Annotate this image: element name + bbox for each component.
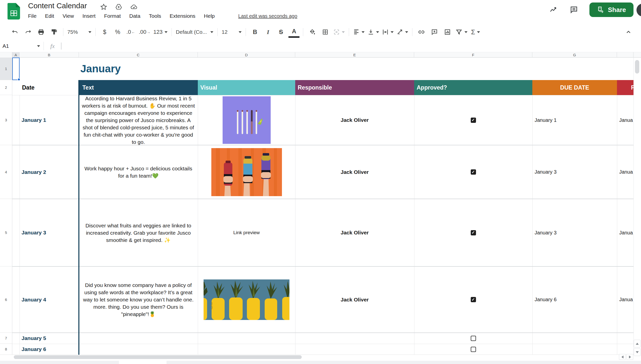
strikethrough-icon[interactable]: S: [274, 27, 287, 38]
cell-visual[interactable]: [198, 95, 295, 145]
font-select[interactable]: Default (Co...: [174, 27, 215, 38]
menu-insert[interactable]: Insert: [82, 13, 96, 19]
create-filter-icon[interactable]: [454, 27, 469, 38]
functions-icon[interactable]: Σ: [469, 27, 482, 38]
cell-next-partial[interactable]: Janua: [617, 145, 633, 199]
cell-approved[interactable]: [414, 199, 532, 266]
sheet-tab-bar[interactable]: [0, 361, 641, 364]
last-edit-status[interactable]: Last edit was seconds ago: [238, 13, 297, 19]
cell-text[interactable]: According to Harvard Business Review, 1 …: [79, 95, 198, 145]
undo-icon[interactable]: [9, 27, 22, 38]
cell-text[interactable]: Work happy hour + Jusco = delicious cock…: [79, 145, 198, 199]
cell-date[interactable]: January 6: [20, 344, 79, 355]
menu-extensions[interactable]: Extensions: [170, 13, 196, 19]
account-avatar[interactable]: [636, 4, 641, 17]
format-currency-icon[interactable]: $: [98, 27, 111, 38]
header-visual[interactable]: Visual: [198, 80, 295, 95]
insights-icon[interactable]: [549, 6, 558, 14]
vertical-align-icon[interactable]: [366, 27, 381, 38]
menu-data[interactable]: Data: [129, 13, 140, 19]
header-approved[interactable]: Approved?: [414, 80, 532, 95]
checkbox-unchecked[interactable]: [471, 336, 476, 341]
text-wrap-icon[interactable]: [381, 27, 395, 38]
vertical-scrollbar-thumb[interactable]: [635, 60, 639, 74]
bold-icon[interactable]: B: [248, 27, 261, 38]
paint-format-icon[interactable]: [48, 27, 61, 38]
selected-cell-a1[interactable]: [12, 58, 20, 80]
fill-handle[interactable]: [18, 78, 20, 81]
cell-next-partial[interactable]: Janua: [617, 95, 633, 145]
scroll-down-button[interactable]: [634, 348, 640, 356]
cell-responsible[interactable]: Jack Oliver: [295, 199, 414, 266]
decrease-decimal-icon[interactable]: .0←: [124, 27, 137, 38]
menu-edit[interactable]: Edit: [45, 13, 54, 19]
share-button[interactable]: Share: [589, 3, 633, 17]
insert-comment-icon[interactable]: [428, 27, 441, 38]
horizontal-scrollbar-thumb[interactable]: [14, 355, 302, 359]
column-header-b[interactable]: B: [20, 52, 79, 58]
name-box[interactable]: A1: [0, 43, 44, 49]
row-header-7[interactable]: 7: [0, 333, 12, 344]
checkbox-checked[interactable]: [471, 118, 476, 123]
insert-chart-icon[interactable]: [441, 27, 454, 38]
cell-visual[interactable]: Link preview: [198, 199, 295, 266]
cell-next-partial[interactable]: Janua: [617, 266, 633, 333]
cell-approved[interactable]: [414, 145, 532, 199]
cell-approved[interactable]: [414, 333, 532, 344]
format-percent-icon[interactable]: %: [111, 27, 124, 38]
cell-due-date[interactable]: January 6: [532, 266, 617, 333]
row-header-6[interactable]: 6: [0, 266, 12, 333]
header-date[interactable]: Date: [20, 80, 79, 95]
add-shortcut-to-drive-icon[interactable]: [115, 4, 122, 11]
cell-date[interactable]: January 5: [20, 333, 79, 344]
cell-date[interactable]: January 4: [20, 266, 79, 333]
row-header-8[interactable]: 8: [0, 344, 12, 355]
cell-visual[interactable]: [198, 145, 295, 199]
column-header-h-partial[interactable]: [617, 52, 633, 58]
menu-view[interactable]: View: [63, 13, 74, 19]
active-sheet-tab[interactable]: [119, 361, 167, 364]
increase-decimal-icon[interactable]: .00→: [137, 27, 152, 38]
print-icon[interactable]: [35, 27, 48, 38]
text-color-icon[interactable]: A: [287, 26, 300, 38]
checkbox-checked[interactable]: [471, 169, 476, 175]
cell-approved[interactable]: [414, 95, 532, 145]
sheet-title-cell[interactable]: January: [79, 58, 254, 80]
text-rotation-icon[interactable]: [395, 27, 410, 38]
cell-approved[interactable]: [414, 266, 532, 333]
cell-due-date[interactable]: January 3: [532, 199, 617, 266]
star-icon[interactable]: [100, 4, 107, 11]
row-header-2[interactable]: 2: [0, 80, 12, 95]
column-header-c[interactable]: C: [79, 52, 198, 58]
document-status-cloud-icon[interactable]: [130, 4, 138, 11]
select-all-corner[interactable]: [0, 52, 12, 58]
cell-responsible[interactable]: Jack Oliver: [295, 266, 414, 333]
scroll-right-button[interactable]: [626, 354, 633, 360]
row-header-3[interactable]: 3: [0, 95, 12, 145]
menu-file[interactable]: File: [28, 13, 37, 19]
cell-due-date[interactable]: January 1: [532, 95, 617, 145]
italic-icon[interactable]: I: [261, 27, 274, 38]
row-header-5[interactable]: 5: [0, 199, 12, 266]
toolbar-collapse-icon[interactable]: [622, 27, 635, 38]
checkbox-checked[interactable]: [471, 297, 476, 302]
formula-input[interactable]: [61, 43, 61, 50]
cell-responsible[interactable]: Jack Oliver: [295, 95, 414, 145]
font-size-select[interactable]: 12: [220, 27, 243, 38]
cell-approved[interactable]: [414, 344, 532, 355]
cell-next-partial[interactable]: Janua: [617, 199, 633, 266]
cell-date[interactable]: January 3: [20, 199, 79, 266]
borders-icon[interactable]: [319, 27, 332, 38]
cell-text[interactable]: Discover what fruits and veggies are lin…: [79, 199, 198, 266]
scroll-up-button[interactable]: [634, 340, 640, 347]
column-header-g[interactable]: G: [532, 52, 617, 58]
cell-date[interactable]: January 2: [20, 145, 79, 199]
menu-tools[interactable]: Tools: [149, 13, 161, 19]
row-header-1[interactable]: 1: [0, 58, 12, 80]
column-header-d[interactable]: D: [198, 52, 295, 58]
header-text[interactable]: Text: [79, 80, 198, 95]
header-due-date[interactable]: DUE DATE: [532, 80, 617, 95]
header-responsible[interactable]: Responsible: [295, 80, 414, 95]
zoom-select[interactable]: 75%: [66, 27, 93, 38]
checkbox-unchecked[interactable]: [471, 347, 476, 352]
